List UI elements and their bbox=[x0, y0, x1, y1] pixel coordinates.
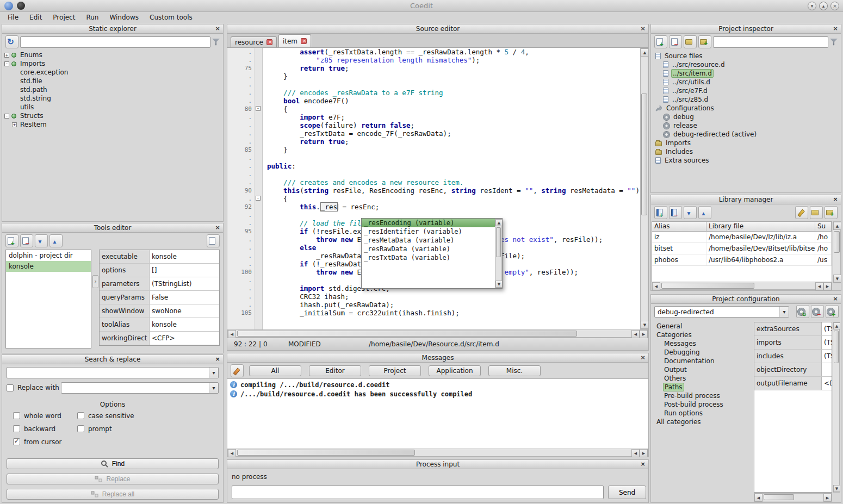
library-from-folder-button[interactable] bbox=[810, 206, 823, 219]
scroll-left-icon[interactable] bbox=[228, 449, 236, 457]
inspector-search-input[interactable] bbox=[713, 36, 828, 48]
messages-horizontal-scrollbar[interactable] bbox=[227, 449, 648, 457]
scroll-down-icon[interactable] bbox=[833, 275, 841, 283]
add-library-button[interactable]: + bbox=[654, 206, 667, 219]
remove-tool-button[interactable]: − bbox=[20, 234, 33, 247]
checkbox-icon[interactable] bbox=[13, 412, 20, 419]
editor-tab[interactable]: resource bbox=[231, 36, 277, 47]
category-item[interactable]: Debugging bbox=[653, 348, 746, 357]
tree-item[interactable]: debug bbox=[651, 113, 841, 121]
delete-configuration-button[interactable]: − bbox=[811, 305, 824, 318]
edit-library-button[interactable] bbox=[795, 206, 808, 219]
clear-messages-button[interactable] bbox=[231, 364, 244, 377]
replace-with-checkbox[interactable] bbox=[7, 384, 14, 391]
category-item[interactable]: Others bbox=[653, 374, 746, 383]
tree-item[interactable]: Configurations bbox=[651, 104, 841, 113]
property-row[interactable]: objectDirectory bbox=[754, 363, 832, 377]
property-row[interactable]: outputFilename <( bbox=[754, 377, 832, 390]
tree-item[interactable]: Source files bbox=[651, 52, 841, 60]
editor-tab[interactable]: item bbox=[278, 34, 311, 47]
scroll-thumb[interactable] bbox=[764, 494, 794, 500]
property-value[interactable]: (TStringList) bbox=[150, 277, 219, 290]
move-library-up-button[interactable] bbox=[698, 206, 711, 219]
tree-item[interactable]: core.exception bbox=[2, 68, 223, 77]
close-tab-icon[interactable] bbox=[301, 38, 307, 44]
splitter-handle[interactable] bbox=[92, 275, 98, 288]
message-filter-button[interactable]: Application bbox=[429, 365, 481, 376]
property-row[interactable]: executable konsole bbox=[100, 250, 219, 264]
property-value[interactable]: konsole bbox=[150, 250, 219, 263]
expander-icon[interactable]: - bbox=[4, 114, 9, 119]
tree-item[interactable]: - Imports bbox=[2, 59, 223, 68]
option-checkbox[interactable]: from cursor bbox=[13, 438, 77, 446]
tree-item[interactable]: std.string bbox=[2, 94, 223, 103]
tree-item[interactable]: Imports bbox=[651, 139, 841, 147]
configuration-horizontal-scrollbar[interactable] bbox=[754, 493, 832, 501]
scroll-left-icon[interactable] bbox=[652, 282, 660, 290]
close-panel-icon[interactable] bbox=[214, 356, 221, 363]
property-value[interactable]: <CFP> bbox=[150, 332, 219, 345]
scroll-thumb[interactable] bbox=[834, 331, 839, 363]
editor-vertical-scrollbar[interactable] bbox=[640, 48, 648, 329]
property-value[interactable]: (TStringList) bbox=[822, 322, 832, 335]
property-row[interactable]: showWindow swoNone bbox=[100, 304, 219, 318]
property-row[interactable]: parameters (TStringList) bbox=[100, 277, 219, 291]
category-item[interactable]: General bbox=[653, 322, 746, 331]
tree-item[interactable]: std.path bbox=[2, 85, 223, 94]
tree-item[interactable]: + ResItem bbox=[2, 120, 223, 129]
menu-item[interactable]: Windows bbox=[104, 13, 144, 22]
close-panel-icon[interactable] bbox=[639, 25, 647, 33]
category-item[interactable]: Categories bbox=[653, 331, 746, 339]
add-folder-button[interactable] bbox=[684, 35, 697, 48]
register-project-library-button[interactable]: + bbox=[825, 206, 838, 219]
checkbox-icon[interactable] bbox=[77, 412, 84, 419]
property-value[interactable]: konsole bbox=[150, 318, 219, 331]
close-panel-icon[interactable] bbox=[639, 461, 647, 468]
tree-item[interactable]: ../src/item.d bbox=[651, 69, 841, 78]
checkbox-icon[interactable] bbox=[13, 425, 20, 432]
completion-item[interactable]: _resTxtData (variable) bbox=[362, 253, 495, 262]
expander-icon[interactable]: + bbox=[4, 53, 9, 58]
message-filter-button[interactable]: Misc. bbox=[488, 365, 541, 376]
scroll-thumb[interactable] bbox=[661, 283, 754, 289]
scroll-left-icon[interactable] bbox=[631, 330, 640, 338]
checkbox-icon[interactable] bbox=[13, 438, 20, 445]
replace-all-button[interactable]: Replace all bbox=[7, 489, 219, 500]
message-filter-button[interactable]: All bbox=[249, 365, 301, 376]
close-panel-icon[interactable] bbox=[832, 196, 839, 203]
tree-item[interactable]: ../src/resource.d bbox=[651, 60, 841, 69]
scroll-left-icon[interactable] bbox=[631, 449, 640, 457]
column-header[interactable]: Alias bbox=[652, 222, 706, 232]
property-row[interactable]: workingDirect <CFP> bbox=[100, 332, 219, 345]
property-row[interactable]: includes (TStringList) bbox=[754, 350, 832, 363]
replace-button[interactable]: Replace bbox=[7, 474, 219, 484]
menu-item[interactable]: Project bbox=[47, 13, 80, 22]
category-item[interactable]: Post-build process bbox=[653, 400, 746, 409]
library-row[interactable]: phobos /usr/lib64/libphobos2.a /us bbox=[652, 254, 832, 266]
property-value[interactable] bbox=[822, 363, 832, 376]
scroll-right-icon[interactable] bbox=[823, 282, 832, 290]
tool-list-item[interactable]: konsole bbox=[6, 261, 91, 272]
property-row[interactable]: extraSources (TStringList) bbox=[754, 322, 832, 336]
replace-term-combo[interactable] bbox=[61, 382, 219, 394]
filter-icon[interactable] bbox=[830, 38, 838, 46]
close-panel-icon[interactable] bbox=[832, 295, 839, 303]
property-value[interactable]: swoNone bbox=[150, 304, 219, 318]
window-control-button[interactable]: × bbox=[830, 2, 839, 10]
scroll-thumb[interactable] bbox=[496, 227, 501, 257]
tree-item[interactable]: ../src/z85.d bbox=[651, 95, 841, 104]
sync-configuration-button[interactable]: ↻ bbox=[796, 305, 809, 318]
menu-item[interactable]: File bbox=[2, 13, 24, 22]
library-row[interactable]: iz /home/basile/Dev/Iz/lib/iz.a /ho bbox=[652, 232, 832, 243]
property-value[interactable]: (TStringList) bbox=[822, 350, 832, 363]
category-item[interactable]: Messages bbox=[653, 339, 746, 348]
scroll-down-icon[interactable] bbox=[833, 485, 840, 492]
scroll-thumb[interactable] bbox=[834, 231, 840, 253]
scroll-down-icon[interactable] bbox=[495, 281, 503, 288]
edit-tool-button[interactable] bbox=[207, 234, 220, 247]
send-button[interactable]: Send bbox=[608, 486, 646, 499]
message-filter-button[interactable]: Project bbox=[369, 365, 421, 376]
column-header[interactable]: Library file bbox=[706, 222, 815, 232]
category-item[interactable]: Pre-build process bbox=[653, 391, 746, 400]
close-panel-icon[interactable] bbox=[639, 354, 647, 362]
